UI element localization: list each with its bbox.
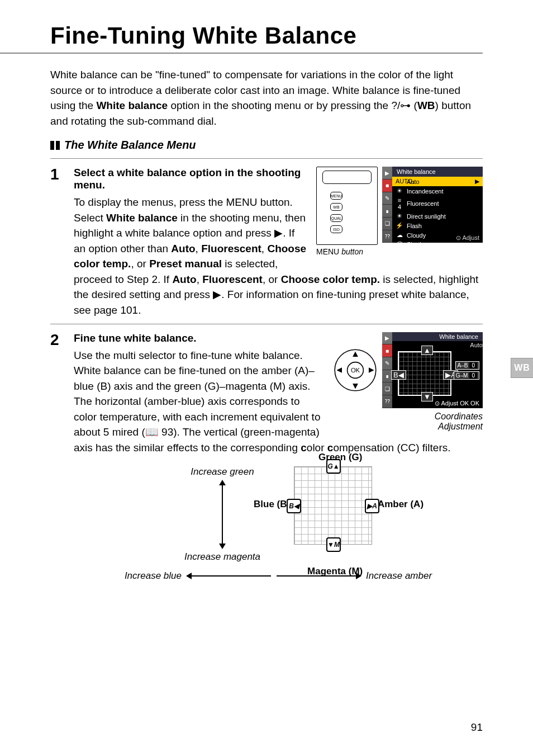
menu-row-sun: ☀Direct sunlight [382,211,483,221]
svg-marker-6 [369,367,374,373]
menu-header: White balance [392,167,483,177]
camera-qual-btn: QUAL [330,214,342,222]
menu-side-3: ∎ [382,205,392,218]
step-1: 1 MENU WB QUAL ISO MENU button [50,167,483,318]
svg-text:OK: OK [351,367,360,374]
subhead-text: The White Balance Menu [64,139,196,152]
bars-icon [50,141,60,150]
horizontal-axis-row: Increase blue Increase amber [74,570,483,582]
menu-side-5: ⁇ [382,230,392,243]
svg-marker-4 [353,384,358,389]
grid-b-arrow: B◀ [391,370,406,380]
intro-wb: WB [417,100,435,111]
menu-row-incand: ☀︎Incandescent [382,186,483,196]
axis-grid-icon: G▲ ▼M B◀ ▶A [294,466,372,545]
grid-footer: ⊙ Adjust OK OK [435,400,479,407]
menu-row-flash: ⚡Flash [382,221,483,230]
step-1-number: 1 [50,167,64,318]
rule [50,158,483,159]
menu-row-fluor: ≡ 4Fluorescent [382,196,483,211]
menu-row-auto: AUTO₁Auto▶ [382,177,483,186]
menu-side-1: ■ [382,179,392,192]
qual-glyph: ?/⊶ [391,100,411,111]
menu-footer: ⊙ Adjust [456,234,479,242]
increase-amber-label: Increase amber [366,570,432,582]
intro-t3: ( [411,100,417,111]
axis-diagram: Increase green Increase magenta Green (G… [74,466,483,563]
intro-t2: option in the shooting menu or by pressi… [168,100,391,111]
axis-btn-m: ▼M [326,537,341,552]
menu-side-2: ✎ [382,192,392,205]
multi-selector-icon: OK [333,348,378,393]
grid-subheader: Auto [396,341,483,349]
grid-g-arrow: ▲ [421,346,433,355]
fine-tune-grid: ▲ ▼ B◀ ▶A [398,351,451,396]
svg-marker-5 [336,367,342,373]
intro-paragraph: White balance can be "fine-tuned" to com… [50,67,483,129]
menu-button-caption: MENU button [316,247,378,256]
coordinates-label: Coordinates [435,412,483,421]
subhead: The White Balance Menu [50,139,483,152]
adjustment-label: Adjustment [438,422,483,431]
axis-btn-b: B◀ [287,499,301,513]
wb-grid-screenshot: ▶■✎∎❏⁇ White balance Auto ▲ ▼ B◀ ▶A A–B0… [382,332,483,408]
blue-b-label: Blue (B) [254,499,290,510]
axis-btn-g: G▲ [326,459,341,474]
title-rule [0,53,483,54]
amber-a-label: Amber (A) [378,499,423,510]
menu-sidebar: ▶ ■ ✎ ∎ ❏ ⁇ [382,167,392,243]
page-title: Fine-Tuning White Balance [50,22,483,49]
increase-blue-label: Increase blue [125,570,182,582]
increase-magenta-label: Increase magenta [184,551,260,563]
grid-header: White balance [392,332,483,341]
intro-b1: White balance [96,100,168,111]
grid-m-arrow: ▼ [421,392,433,401]
wb-side-tab: WB [511,358,533,378]
step-2-number: 2 [50,332,64,582]
vertical-arrow-icon [222,481,223,548]
step-1-figure: MENU WB QUAL ISO MENU button ▶ ■ ✎ ∎ [316,167,483,257]
camera-menu-btn: MENU [330,192,342,200]
wb-menu-screenshot: ▶ ■ ✎ ∎ ❏ ⁇ White balance AUTO₁Auto▶ ☀︎I… [382,167,483,243]
step-2: 2 OK [50,332,483,582]
page-number: 91 [471,721,483,734]
right-arrow-icon [277,575,360,577]
gm-value: G–M0 [454,371,479,380]
ab-value: A–B0 [455,361,479,370]
step-2-figure: OK ▶■✎∎❏⁇ White balance Auto [333,332,483,432]
rule-2 [50,324,483,324]
camera-icon: MENU WB QUAL ISO [316,167,378,245]
camera-iso-btn: ISO [330,225,342,233]
left-arrow-icon [187,575,271,577]
svg-marker-3 [353,351,358,357]
axis-btn-a: ▶A [365,499,379,513]
camera-wb-btn: WB [330,203,342,211]
menu-side-0: ▶ [382,167,392,179]
increase-green-label: Increase green [191,466,254,478]
menu-side-4: ❏ [382,218,392,230]
